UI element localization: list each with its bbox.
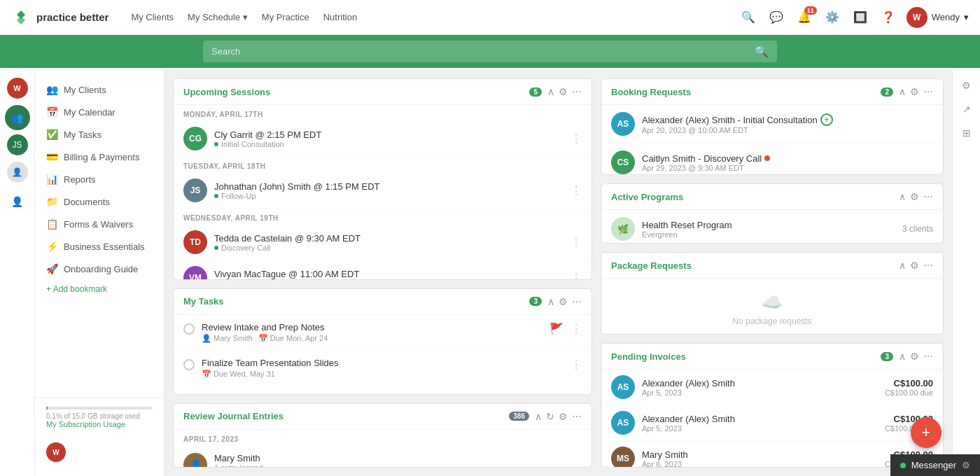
sidebar-item-my-clients[interactable]: 👥 My Clients [35,78,164,101]
booking-avatar-cs: CS [611,150,635,174]
booking-requests-card: Booking Requests 2 ∧ ⚙ ⋯ AS Alexander (A… [601,78,944,175]
package-requests-header: Package Requests ∧ ⚙ ⋯ [601,253,943,279]
booking-avatar-as: AS [611,112,635,136]
strip-calendar-icon[interactable]: JS [7,134,28,155]
user-dropdown-icon: ▾ [964,12,969,22]
search-button[interactable]: 🔍 [738,8,758,27]
sidebar-item-billing[interactable]: 💳 Billing & Payments [35,146,164,168]
nav-my-practice[interactable]: My Practice [262,9,309,25]
journal-refresh-icon[interactable]: ↻ [546,411,554,422]
booking-collapse-icon[interactable]: ∧ [899,86,906,97]
search-input[interactable] [211,46,755,57]
session-menu-vm[interactable]: ⋮ [570,272,582,280]
task-menu-2[interactable]: ⋮ [570,358,582,371]
task-menu-1[interactable]: ⋮ [570,322,582,335]
strip-more-icon[interactable]: 👤 [5,160,30,185]
messenger-bar[interactable]: Messenger ⚙ [890,454,980,476]
logo[interactable]: practice better [11,8,108,27]
right-settings-icon[interactable]: ⚙ [959,77,974,94]
booking-date-cs: Apr 29, 2023 @ 9:30 AM EDT [642,164,933,172]
notifications-button[interactable]: 🔔 11 [794,8,814,27]
programs-collapse-icon[interactable]: ∧ [899,191,906,202]
session-menu-cg[interactable]: ⋮ [570,132,582,146]
collapse-icon[interactable]: ∧ [547,86,554,97]
task-flag-1[interactable]: 🚩 [550,322,564,335]
messenger-settings-icon[interactable]: ⚙ [962,460,970,470]
booking-settings-icon[interactable]: ⚙ [910,86,919,97]
my-calendar-icon: 📅 [46,106,58,118]
strip-extra-icon[interactable]: 👤 [5,189,30,214]
task-checkbox-1[interactable] [183,323,195,335]
programs-settings-icon[interactable]: ⚙ [910,191,919,202]
my-tasks-title: My Tasks [183,296,524,307]
invoices-more-icon[interactable]: ⋯ [923,351,933,362]
task-due-1: 📅 Due Mon, Apr 24 [258,334,328,343]
nav-my-schedule[interactable]: My Schedule ▾ [188,9,248,25]
help-button[interactable]: ❓ [878,8,898,27]
messages-button[interactable]: 💬 [766,8,786,27]
task-menu-3[interactable]: ⋮ [570,393,582,395]
session-name-cg: Cly Garrit @ 2:15 PM EDT [214,130,564,140]
invoice-name-2: Alexander (Alex) Smith [642,414,878,424]
my-clients-icon: 👥 [46,84,58,95]
task-checkbox-2[interactable] [183,359,195,370]
invoice-info-2: Alexander (Alex) Smith Apr 5, 2023 [642,414,878,433]
sidebar-label-my-tasks: My Tasks [64,130,102,140]
user-menu[interactable]: W Wendy ▾ [906,7,969,28]
strip-clients-icon[interactable]: 👥 [5,105,30,130]
pending-invoices-card: Pending Invoices 3 ∧ ⚙ ⋯ AS Alexander (A… [601,343,944,468]
tasks-settings-icon[interactable]: ⚙ [559,296,568,307]
invoices-settings-icon[interactable]: ⚙ [910,351,919,362]
apps-button[interactable]: 🔲 [850,8,870,27]
journal-collapse-icon[interactable]: ∧ [535,411,542,422]
invoice-avatar-1: AS [611,375,635,399]
sidebar-item-documents[interactable]: 📁 Documents [35,190,164,213]
invoices-collapse-icon[interactable]: ∧ [899,351,906,362]
session-type-js: Follow-Up [214,192,564,200]
tasks-more-icon[interactable]: ⋯ [572,296,582,307]
package-more-icon[interactable]: ⋯ [923,260,933,271]
tasks-collapse-icon[interactable]: ∧ [547,296,554,307]
sidebar-item-forms[interactable]: 📋 Forms & Waivers [35,213,164,235]
task-info-1: Review Intake and Prep Notes 👤 Mary Smit… [202,322,542,343]
add-bookmark[interactable]: + Add bookmark [35,280,164,298]
programs-more-icon[interactable]: ⋯ [923,191,933,202]
nav-my-clients[interactable]: My Clients [131,9,174,25]
package-settings-icon[interactable]: ⚙ [910,260,919,271]
fab-add-button[interactable]: + [911,417,941,448]
booking-info-as: Alexander (Alex) Smith - Initial Consult… [642,113,933,134]
right-share-icon[interactable]: ↗ [960,101,974,118]
search-input-container[interactable]: 🔍 [203,41,777,62]
right-grid-icon[interactable]: ⊞ [960,125,974,141]
my-tasks-icon: ✅ [46,129,58,140]
settings-button[interactable]: ⚙️ [822,8,842,27]
active-programs-header: Active Programs ∧ ⚙ ⋯ [601,184,943,210]
invoice-2: AS Alexander (Alex) Smith Apr 5, 2023 C$… [601,405,943,441]
journal-settings-icon[interactable]: ⚙ [559,411,568,422]
business-icon: ⚡ [46,241,58,252]
package-collapse-icon[interactable]: ∧ [899,260,906,271]
program-sub: Evergreen [642,230,895,239]
sidebar-item-business[interactable]: ⚡ Business Essentials [35,235,164,258]
journal-card: Review Journal Entries 386 ∧ ↻ ⚙ ⋯ APRIL… [173,403,592,468]
more-icon[interactable]: ⋯ [572,86,582,97]
nav-nutrition[interactable]: Nutrition [323,9,357,25]
session-menu-td[interactable]: ⋮ [570,236,582,249]
storage-text: 0.1% of 15.0 GB storage used [46,412,153,420]
invoice-info-3: Mary Smith Apr 6, 2023 [642,449,878,468]
booking-plus-as[interactable]: + [820,113,833,126]
my-tasks-actions: ∧ ⚙ ⋯ [547,296,582,307]
invoice-total-1: C$100.00 [885,378,933,388]
journal-entry-info: Mary Smith 1 entry logged [214,453,582,468]
booking-more-icon[interactable]: ⋯ [923,86,933,97]
search-submit-icon[interactable]: 🔍 [755,45,769,58]
session-menu-js[interactable]: ⋮ [570,184,582,197]
sidebar-item-my-tasks[interactable]: ✅ My Tasks [35,123,164,146]
journal-more-icon[interactable]: ⋯ [572,411,582,422]
settings-icon[interactable]: ⚙ [559,86,568,97]
sidebar-item-my-calendar[interactable]: 📅 My Calendar [35,101,164,123]
strip-user-icon[interactable]: W [5,76,30,101]
subscription-link[interactable]: My Subscription Usage [46,420,153,428]
sidebar-item-onboarding[interactable]: 🚀 Onboarding Guide [35,258,164,280]
sidebar-item-reports[interactable]: 📊 Reports [35,168,164,190]
